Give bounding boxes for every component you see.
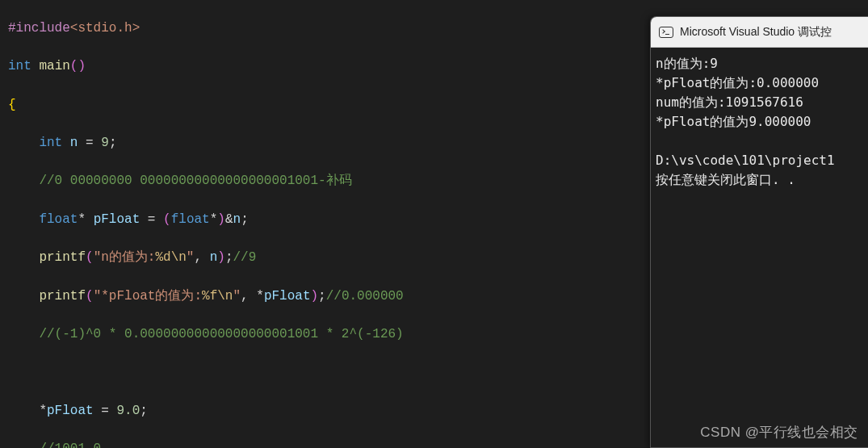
console-output[interactable]: n的值为:9 *pFloat的值为:0.000000 num的值为:109156…	[651, 48, 868, 196]
keyword-int: int	[8, 59, 31, 73]
output-line: *pFloat的值为9.000000	[656, 114, 811, 129]
func-main: main	[39, 59, 69, 73]
output-line: n的值为:9	[656, 56, 718, 71]
include-path: <stdio.h>	[70, 21, 140, 36]
console-titlebar[interactable]: Microsoft Visual Studio 调试控	[651, 17, 868, 48]
debug-console-window[interactable]: Microsoft Visual Studio 调试控 n的值为:9 *pFlo…	[650, 16, 868, 448]
watermark: CSDN @平行线也会相交	[700, 423, 858, 442]
press-key-prompt: 按任意键关闭此窗口. .	[656, 172, 795, 187]
preprocessor: #include	[8, 21, 70, 36]
terminal-icon	[659, 27, 673, 38]
output-path: D:\vs\code\101\project1	[656, 153, 835, 168]
console-title: Microsoft Visual Studio 调试控	[680, 25, 832, 40]
output-line: *pFloat的值为:0.000000	[656, 75, 819, 90]
comment: //0 00000000 00000000000000000001001-补码	[39, 174, 351, 188]
output-line: num的值为:1091567616	[656, 94, 803, 110]
code-editor[interactable]: #include<stdio.h> int main() { int n = 9…	[0, 0, 650, 448]
open-brace: {	[8, 98, 16, 112]
